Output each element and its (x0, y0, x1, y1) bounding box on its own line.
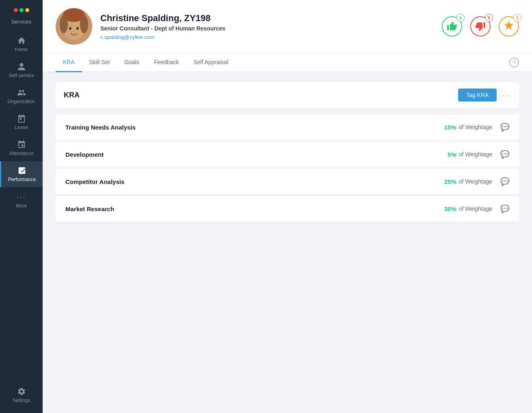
profile-title: Senior Consultant - Dept of Human Resour… (100, 25, 442, 32)
sidebar-item-leave[interactable]: Leave (0, 109, 43, 135)
performance-icon (17, 166, 26, 175)
kra-item-name-1: Development (65, 151, 448, 158)
kra-item-comment-3[interactable]: 💬 (500, 204, 509, 213)
tag-kra-button[interactable]: Tag KRA (458, 89, 497, 102)
kra-item-pct-2: 25% (444, 178, 456, 185)
badge-thumbs-up: 1 (442, 16, 462, 37)
kra-item-weight-3: 30% of Weightage (444, 205, 492, 212)
thumbs-down-icon (475, 21, 486, 32)
tab-goals[interactable]: Goals (117, 53, 147, 72)
tab-feedback[interactable]: Feedback (147, 53, 186, 72)
kra-item-comment-1[interactable]: 💬 (500, 150, 509, 159)
award-icon (504, 21, 514, 32)
badge-circle-thumbs-up: 1 (442, 16, 462, 37)
avatar-image (56, 8, 92, 45)
svg-point-5 (80, 15, 88, 33)
badge-count-thumbs-up: 1 (456, 14, 465, 22)
kra-item-comment-2[interactable]: 💬 (500, 177, 509, 186)
profile-header: Christine Spalding, ZY198 Senior Consult… (43, 0, 532, 53)
kra-item-weight-2: 25% of Weightage (444, 178, 492, 185)
avatar-svg (56, 8, 92, 45)
badge-circle-award: 1 (499, 16, 519, 37)
attendance-icon (17, 140, 26, 149)
svg-point-8 (73, 31, 75, 32)
badge-count-thumbs-down: 0 (485, 14, 493, 22)
sidebar-item-home[interactable]: Home (0, 31, 43, 57)
kra-items-list: Training Needs Analysis 15% of Weightage… (56, 115, 519, 222)
leave-icon (17, 114, 26, 123)
person-icon (17, 62, 26, 71)
tab-skill-set[interactable]: Skill Set (82, 53, 117, 72)
sidebar-item-performance[interactable]: Performance (0, 161, 43, 187)
thumbs-up-icon (447, 21, 457, 32)
logo-dot-red (14, 8, 18, 12)
kra-item-name-0: Training Needs Analysis (65, 124, 444, 131)
more-options-button[interactable]: ··· (502, 91, 511, 100)
logo-dot-yellow (25, 8, 29, 12)
main-content: Christine Spalding, ZY198 Senior Consult… (43, 0, 532, 413)
more-dots-icon: ··· (17, 192, 26, 201)
sidebar-item-home-label: Home (15, 47, 28, 52)
kra-section-header: KRA Tag KRA ··· (56, 82, 519, 108)
kra-section-title: KRA (64, 91, 80, 99)
sidebar-item-more-label: More (16, 203, 27, 209)
kra-item-3: Market Research 30% of Weightage 💬 (56, 196, 519, 222)
logo-dot-green (19, 8, 24, 12)
svg-point-4 (60, 15, 68, 33)
kra-item-label-2: of Weightage (459, 178, 492, 185)
kra-item-name-2: Competitor Analysis (65, 178, 444, 185)
badge-thumbs-down: 0 (470, 16, 491, 37)
kra-item-0: Training Needs Analysis 15% of Weightage… (56, 115, 519, 140)
services-label: Services (11, 19, 32, 25)
kra-item-pct-0: 15% (444, 124, 456, 131)
tabs-bar: KRA Skill Set Goals Feedback Self Apprai… (43, 53, 532, 72)
svg-point-7 (76, 27, 79, 30)
sidebar-item-attendance-label: Attendance (9, 151, 34, 156)
badge-circle-thumbs-down: 0 (470, 16, 491, 37)
home-icon (17, 36, 26, 45)
badge-award: 1 (499, 16, 519, 37)
profile-title-separator: - (151, 25, 154, 32)
sidebar: Services Home Self-service Organization … (0, 0, 43, 413)
content-area: KRA Tag KRA ··· Training Needs Analysis … (43, 72, 532, 413)
kra-item-label-0: of Weightage (459, 124, 492, 130)
sidebar-item-settings[interactable]: Settings (0, 382, 43, 408)
profile-info: Christine Spalding, ZY198 Senior Consult… (100, 13, 442, 40)
profile-department: Dept of Human Resources (154, 25, 225, 32)
sidebar-item-performance-label: Performance (8, 177, 36, 182)
profile-name: Christine Spalding, ZY198 (100, 13, 442, 24)
kra-item-name-3: Market Research (65, 205, 444, 212)
svg-point-6 (69, 27, 71, 30)
kra-item-pct-1: 5% (448, 151, 456, 158)
kra-item-2: Competitor Analysis 25% of Weightage 💬 (56, 169, 519, 195)
sidebar-item-attendance[interactable]: Attendance (0, 135, 43, 161)
profile-job-title: Senior Consultant (100, 25, 149, 32)
sidebar-item-more[interactable]: ··· More (0, 187, 43, 214)
kra-item-label-1: of Weightage (459, 151, 492, 158)
help-circle-icon: ? (509, 58, 519, 67)
kra-item-weight-1: 5% of Weightage (448, 151, 492, 158)
tab-kra[interactable]: KRA (56, 53, 82, 72)
sidebar-item-settings-label: Settings (13, 398, 30, 403)
kra-item-pct-3: 30% (444, 205, 456, 212)
tab-self-appraisal[interactable]: Self Appraisal (186, 53, 236, 72)
sidebar-item-org-label: Organization (7, 99, 35, 104)
kra-item-weight-0: 15% of Weightage (444, 124, 492, 131)
badge-count-award: 1 (513, 14, 521, 22)
profile-email[interactable]: c.spalding@zylker.com (100, 34, 442, 40)
kra-item-label-3: of Weightage (459, 205, 492, 212)
settings-icon (17, 387, 26, 396)
sidebar-item-leave-label: Leave (15, 125, 28, 130)
sidebar-item-organization[interactable]: Organization (0, 83, 43, 109)
kra-actions: Tag KRA ··· (458, 89, 511, 102)
avatar (56, 8, 92, 45)
help-button[interactable]: ? (509, 58, 519, 67)
kra-item-1: Development 5% of Weightage 💬 (56, 142, 519, 167)
org-icon (17, 88, 26, 97)
kra-item-comment-0[interactable]: 💬 (500, 123, 509, 132)
app-logo (11, 5, 32, 15)
sidebar-item-self-service-label: Self-service (9, 73, 34, 78)
profile-badges: 1 0 1 (442, 16, 519, 37)
sidebar-item-self-service[interactable]: Self-service (0, 57, 43, 83)
